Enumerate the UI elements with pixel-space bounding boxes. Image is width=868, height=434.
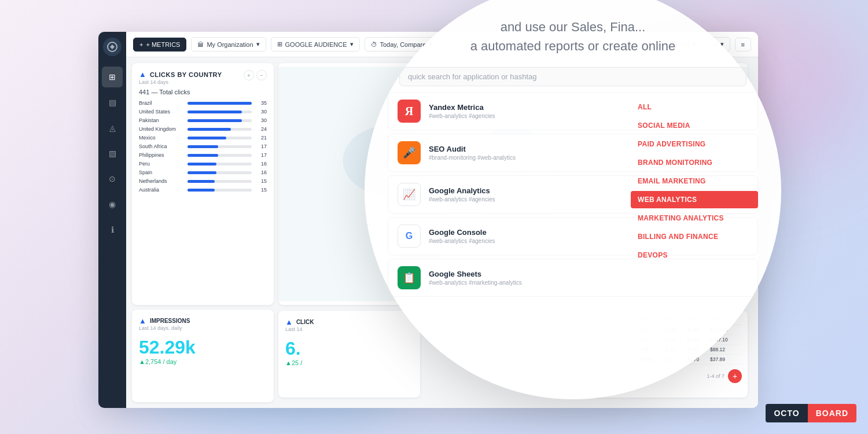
sidebar-icon-alerts[interactable]: ◬ (102, 117, 123, 138)
country-bar-bg (187, 171, 252, 174)
country-value: 35 (255, 100, 267, 106)
country-value: 16 (255, 170, 267, 175)
app-tags-seo-audit: #brand-monitoring #web-analytics (429, 155, 516, 161)
category-sidebar: ALLSOCIAL MEDIAPAID ADVERTISINGBRAND MON… (631, 98, 758, 265)
clicks-widget-subtitle: Last 14 days (139, 79, 222, 85)
country-name: Brazil (139, 100, 184, 106)
country-bar (187, 145, 218, 148)
yandex-logo: Я (398, 100, 421, 123)
ga-logo: 📈 (398, 183, 421, 206)
country-name: Peru (139, 161, 184, 167)
sidebar-logo (103, 38, 122, 56)
clicks-widget-title: CLICKS BY COUNTRY (150, 71, 222, 78)
impressions-delta: ▲2,754 / day (139, 358, 267, 365)
country-row: Spain 16 (139, 170, 267, 175)
impressions-subtitle: Last 14 days, daily (139, 325, 267, 331)
country-row: Netherlands 15 (139, 178, 267, 184)
country-bar-bg (187, 111, 252, 113)
country-name: Spain (139, 170, 184, 175)
country-value: 17 (255, 144, 267, 149)
metrics-button[interactable]: + + METRICS (133, 38, 186, 52)
country-bar (187, 137, 226, 139)
country-bar-bg (187, 163, 252, 165)
impressions-icon: ▲ (139, 317, 146, 325)
sidebar-icon-info[interactable]: ℹ (102, 219, 123, 240)
country-value: 21 (255, 135, 267, 141)
sidebar: ⊞ ▤ ◬ ▨ ⊙ ◉ ℹ (98, 32, 126, 408)
widget-impressions: ▲ IMPRESSIONS Last 14 days, daily 52.29k… (132, 310, 274, 402)
impressions-value: 52.29k (139, 337, 267, 358)
country-bar-bg (187, 180, 252, 183)
country-bar (187, 128, 231, 131)
category-brand-monitoring[interactable]: BRAND MONITORING (631, 154, 758, 171)
overlay-search-bar[interactable]: quick search for application or hashtag (399, 67, 746, 86)
org-label: My Organization (207, 41, 253, 48)
category-paid-advertising[interactable]: PAID ADVERTISING (631, 135, 758, 153)
gs-logo: 📋 (398, 266, 421, 289)
sidebar-icon-reports[interactable]: ▨ (102, 143, 123, 164)
org-button[interactable]: 🏛 My Organization ▾ (191, 37, 266, 52)
overlay-promo-line2: a automated reports or create online (411, 36, 735, 56)
widget-clicks-country: ▲ CLICKS BY COUNTRY Last 14 days + − 441… (132, 63, 274, 305)
country-name: Mexico (139, 135, 184, 141)
country-name: Philippines (139, 152, 184, 158)
country-bar (187, 163, 216, 165)
country-value: 30 (255, 109, 267, 115)
country-bar (187, 119, 242, 122)
clicks-small-delta: ▲25 / (285, 359, 413, 366)
gc-logo: G (398, 225, 421, 248)
app-name-yandex-metrica: Yandex Metrica (429, 103, 495, 112)
country-value: 30 (255, 117, 267, 123)
menu-button[interactable]: ≡ (735, 38, 751, 52)
brand-octo-label: OCTO (766, 404, 807, 422)
audience-chevron-icon: ▾ (350, 41, 354, 48)
country-row: Australia 15 (139, 187, 267, 193)
country-row: Pakistan 30 (139, 117, 267, 123)
sidebar-icon-settings[interactable]: ⊙ (102, 168, 123, 189)
country-value: 16 (255, 161, 267, 167)
country-bar-bg (187, 154, 252, 157)
app-name-google-analytics: Google Analytics (429, 186, 495, 195)
audience-icon: ⊞ (277, 41, 282, 48)
date-label: Today, Compare (380, 41, 426, 48)
app-tags-yandex-metrica: #web-analytics #agencies (429, 113, 495, 119)
country-bar-bg (187, 102, 252, 105)
sidebar-icon-user[interactable]: ◉ (102, 194, 123, 215)
country-name: United Kingdom (139, 126, 184, 132)
clicks-small-value: 6. (285, 338, 413, 359)
category-all[interactable]: ALL (631, 98, 758, 116)
country-bar-bg (187, 145, 252, 148)
category-web-analytics[interactable]: WEB ANALYTICS (631, 191, 758, 208)
country-row: United Kingdom 24 (139, 126, 267, 132)
clicks-widget-remove-btn[interactable]: − (256, 70, 267, 80)
category-devops[interactable]: DEVOPS (631, 247, 758, 264)
sidebar-icon-dashboard[interactable]: ⊞ (102, 67, 123, 87)
country-row: South Africa 17 (139, 144, 267, 149)
category-social-media[interactable]: SOCIAL MEDIA (631, 117, 758, 134)
clicks-small-subtitle: Last 14 (285, 326, 413, 332)
country-bar (187, 180, 215, 183)
add-record-button[interactable]: + (728, 369, 742, 383)
category-marketing-analytics[interactable]: MARKETING ANALYTICS (631, 209, 758, 227)
clicks-widget-icon: ▲ (139, 70, 146, 79)
sidebar-icon-grid[interactable]: ▤ (102, 92, 123, 113)
country-row: Philippines 17 (139, 152, 267, 158)
date-icon: ⏱ (371, 41, 377, 48)
country-bar-bg (187, 137, 252, 139)
app-tags-google-console: #web-analytics #agencies (429, 238, 495, 244)
app-info-seo-audit: SEO Audit #brand-monitoring #web-analyti… (429, 145, 516, 161)
country-bar (187, 102, 252, 105)
category-email-marketing[interactable]: EMAIL MARKETING (631, 172, 758, 190)
country-bar-bg (187, 128, 252, 131)
country-name: Pakistan (139, 117, 184, 123)
clicks-widget-add-btn[interactable]: + (244, 70, 254, 80)
audience-button[interactable]: ⊞ GOOGLE AUDIENCE ▾ (271, 37, 360, 52)
country-bar (187, 154, 218, 157)
country-bar (187, 171, 216, 174)
category-billing-and-finance[interactable]: BILLING AND FINANCE (631, 228, 758, 245)
app-tags-google-sheets: #web-analytics #marketing-analytics (429, 279, 522, 286)
app-info-google-analytics: Google Analytics #web-analytics #agencie… (429, 186, 495, 203)
country-value: 17 (255, 152, 267, 158)
widget-clicks-small: ▲ CLiCk Last 14 6. ▲25 / (278, 311, 420, 398)
app-name-google-sheets: Google Sheets (429, 270, 522, 278)
